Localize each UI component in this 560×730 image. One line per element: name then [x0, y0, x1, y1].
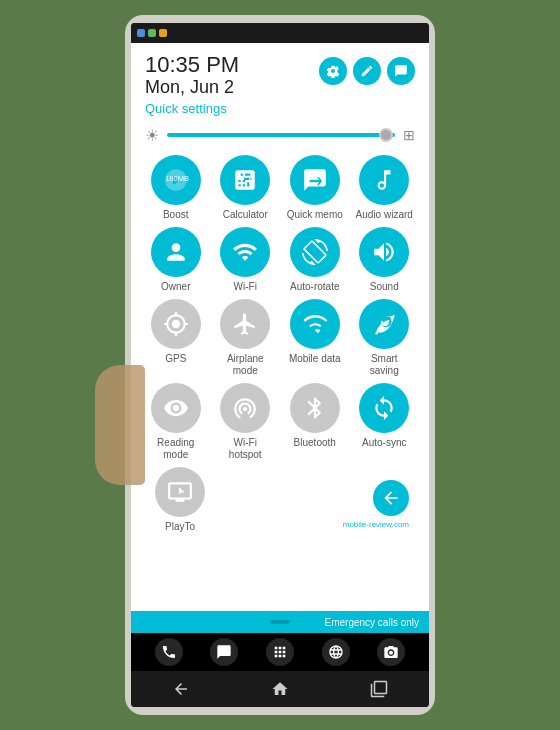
- hand: [95, 365, 145, 485]
- grid-row-3: GPS Airplane mode Mobile data: [141, 299, 419, 377]
- grid-item-gps[interactable]: GPS: [147, 299, 205, 377]
- mobile-data-label: Mobile data: [289, 353, 341, 365]
- wifi-circle: [220, 227, 270, 277]
- grid-row-4: Reading mode Wi-Fi hotspot Bluetooth: [141, 383, 419, 461]
- wifi-hotspot-label: Wi-Fi hotspot: [216, 437, 274, 461]
- auto-rotate-label: Auto-rotate: [290, 281, 339, 293]
- grid-row-2: Owner Wi-Fi Auto-rotate: [141, 227, 419, 293]
- edit-button[interactable]: [353, 57, 381, 85]
- playto-label: PlayTo: [165, 521, 195, 533]
- date-display: Mon, Jun 2: [145, 77, 239, 99]
- brightness-slider[interactable]: [167, 133, 395, 137]
- dock-camera-button[interactable]: [377, 638, 405, 666]
- nav-bar: [131, 671, 429, 707]
- grid-item-mobile-data[interactable]: Mobile data: [286, 299, 344, 377]
- bluetooth-label: Bluetooth: [294, 437, 336, 449]
- mobile-data-circle: [290, 299, 340, 349]
- dock-message-button[interactable]: [210, 638, 238, 666]
- home-button[interactable]: [271, 680, 289, 698]
- auto-sync-label: Auto-sync: [362, 437, 406, 449]
- brightness-auto-icon: ⊞: [403, 127, 415, 143]
- emergency-text: Emergency calls only: [325, 617, 419, 628]
- status-dot-green: [148, 29, 156, 37]
- audio-wizard-label: Audio wizard: [356, 209, 413, 221]
- grid-row-1: 180MB Boost Calculator Qu: [141, 155, 419, 221]
- quick-settings-link[interactable]: Quick settings: [145, 101, 239, 116]
- status-dot-orange: [159, 29, 167, 37]
- dock-apps-button[interactable]: [266, 638, 294, 666]
- grid-item-boost[interactable]: 180MB Boost: [147, 155, 205, 221]
- grid-item-wifi[interactable]: Wi-Fi: [216, 227, 274, 293]
- header-section: 10:35 PM Mon, Jun 2 Quick settings: [131, 43, 429, 122]
- grid-item-auto-rotate[interactable]: Auto-rotate: [286, 227, 344, 293]
- owner-label: Owner: [161, 281, 190, 293]
- grid-item-calculator[interactable]: Calculator: [216, 155, 274, 221]
- recent-apps-button[interactable]: [370, 680, 388, 698]
- mobile-review-icon: [373, 480, 409, 516]
- grid-item-reading-mode[interactable]: Reading mode: [147, 383, 205, 461]
- dock-phone-button[interactable]: [155, 638, 183, 666]
- quick-settings-grid: 180MB Boost Calculator Qu: [131, 151, 429, 611]
- bottom-bar: Emergency calls only: [131, 611, 429, 633]
- smart-saving-label: Smart saving: [355, 353, 413, 377]
- grid-item-smart-saving[interactable]: Smart saving: [355, 299, 413, 377]
- app-dock: [131, 633, 429, 671]
- airplane-label: Airplane mode: [216, 353, 274, 377]
- wifi-hotspot-circle: [220, 383, 270, 433]
- grid-item-sound[interactable]: Sound: [355, 227, 413, 293]
- auto-rotate-circle: [290, 227, 340, 277]
- calculator-label: Calculator: [223, 209, 268, 221]
- status-dot-blue: [137, 29, 145, 37]
- sound-label: Sound: [370, 281, 399, 293]
- playto-circle: [155, 467, 205, 517]
- smart-saving-circle: [359, 299, 409, 349]
- tablet-screen: 10:35 PM Mon, Jun 2 Quick settings: [131, 23, 429, 707]
- tablet-frame: 10:35 PM Mon, Jun 2 Quick settings: [125, 15, 435, 715]
- back-button[interactable]: [172, 680, 190, 698]
- audio-wizard-circle: [359, 155, 409, 205]
- grid-item-wifi-hotspot[interactable]: Wi-Fi hotspot: [216, 383, 274, 461]
- sound-circle: [359, 227, 409, 277]
- watermark: mobile-review.com: [343, 520, 409, 529]
- dock-browser-button[interactable]: [322, 638, 350, 666]
- settings-button[interactable]: [319, 57, 347, 85]
- brightness-row: ☀ ⊞: [131, 122, 429, 151]
- reading-mode-label: Reading mode: [147, 437, 205, 461]
- header-icons: [319, 57, 415, 85]
- time-date: 10:35 PM Mon, Jun 2 Quick settings: [145, 53, 239, 116]
- quick-panel: 10:35 PM Mon, Jun 2 Quick settings: [131, 43, 429, 633]
- quick-memo-circle: [290, 155, 340, 205]
- grid-item-auto-sync[interactable]: Auto-sync: [355, 383, 413, 461]
- bottom-indicator: [270, 620, 290, 624]
- boost-circle: 180MB: [151, 155, 201, 205]
- reading-mode-circle: [151, 383, 201, 433]
- time-display: 10:35 PM: [145, 53, 239, 77]
- grid-item-playto[interactable]: PlayTo: [151, 467, 209, 533]
- grid-item-airplane[interactable]: Airplane mode: [216, 299, 274, 377]
- gps-label: GPS: [165, 353, 186, 365]
- bluetooth-circle: [290, 383, 340, 433]
- wifi-label: Wi-Fi: [234, 281, 257, 293]
- brightness-thumb: [379, 128, 393, 142]
- boost-label: Boost: [163, 209, 189, 221]
- message-button[interactable]: [387, 57, 415, 85]
- brightness-low-icon: ☀: [145, 126, 159, 145]
- airplane-circle: [220, 299, 270, 349]
- grid-item-quick-memo[interactable]: Quick memo: [286, 155, 344, 221]
- status-icons-left: [137, 29, 167, 37]
- grid-item-audio-wizard[interactable]: Audio wizard: [355, 155, 413, 221]
- auto-sync-circle: [359, 383, 409, 433]
- status-bar: [131, 23, 429, 43]
- grid-item-owner[interactable]: Owner: [147, 227, 205, 293]
- owner-circle: [151, 227, 201, 277]
- gps-circle: [151, 299, 201, 349]
- grid-item-bluetooth[interactable]: Bluetooth: [286, 383, 344, 461]
- quick-memo-label: Quick memo: [287, 209, 343, 221]
- calculator-circle: [220, 155, 270, 205]
